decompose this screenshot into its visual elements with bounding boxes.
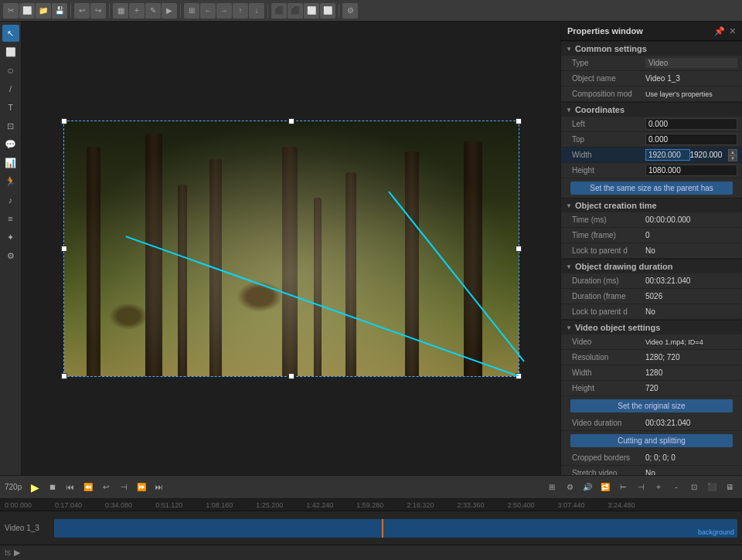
same-size-button[interactable]: Set the same size as the parent has (570, 182, 733, 195)
eq-tool[interactable]: ≡ (2, 210, 19, 227)
lock1-value: No (645, 246, 737, 255)
toolbar-shape3[interactable]: ⬜ (304, 3, 319, 19)
section-duration[interactable]: ▼ Object drawing duration (561, 259, 742, 273)
left-value[interactable]: 0.000 (645, 118, 737, 130)
chart-tool[interactable]: 📊 (2, 154, 19, 171)
rect-tool[interactable]: ⬜ (2, 43, 19, 60)
handle-tl[interactable] (61, 118, 67, 124)
toolbar-grid[interactable]: ▦ (113, 3, 128, 19)
music-tool[interactable]: ♪ (2, 192, 19, 209)
toolbar-redo[interactable]: ↪ (90, 3, 106, 19)
goto-start[interactable]: ⊣ (116, 480, 131, 495)
section-creation[interactable]: ▼ Object creation time (561, 198, 742, 212)
toolbar-new[interactable]: ⬜ (19, 3, 35, 19)
line-tool[interactable]: / (2, 80, 19, 97)
prev-play[interactable]: ⏪ (80, 480, 96, 495)
height-value[interactable]: 1080.000 (645, 165, 737, 176)
original-size-button[interactable]: Set the original size (570, 399, 733, 412)
video-duration-value: 00:03:21.040 (645, 419, 737, 427)
toolbar-settings[interactable]: ⚙ (342, 3, 358, 19)
gear2-tool[interactable]: ⚙ (2, 247, 19, 264)
toolbar-undo[interactable]: ↩ (74, 3, 90, 19)
cutting-button[interactable]: Cutting and splitting (570, 434, 733, 447)
left-row: Left 0.000 (561, 117, 742, 132)
toolbar-align-left[interactable]: ⊞ (184, 3, 199, 19)
ruler-tick-2: 0:34.080 (105, 501, 132, 509)
loop-play[interactable]: 🔁 (597, 480, 613, 495)
fullscreen[interactable]: ⊞ (544, 480, 560, 495)
track-content[interactable]: background (54, 519, 737, 538)
expand-timeline[interactable]: ▶ (14, 548, 20, 558)
section-common[interactable]: ▼ Common settings (561, 41, 742, 56)
monitor[interactable]: 🖥 (722, 480, 737, 495)
speech-tool[interactable]: 💬 (2, 136, 19, 153)
handle-tm[interactable] (288, 118, 294, 124)
toolbar-add[interactable]: + (129, 3, 145, 19)
panel-pin[interactable]: 📌 (714, 26, 725, 36)
mark-out[interactable]: ⊣ (633, 480, 648, 495)
canvas-area[interactable] (22, 22, 560, 475)
volume[interactable]: 🔊 (580, 480, 595, 495)
toolbar-save[interactable]: 💾 (52, 3, 67, 19)
fit-view[interactable]: ⊡ (686, 480, 702, 495)
section-coordinates[interactable]: ▼ Coordinates (561, 102, 742, 117)
play-button[interactable]: ▶ (27, 480, 43, 495)
section-video[interactable]: ▼ Video object settings (561, 320, 742, 334)
width-up[interactable]: ▲ (728, 149, 737, 155)
ruler-tick-6: 1:42.240 (306, 501, 333, 509)
ruler-tick-4: 1:08.160 (206, 501, 233, 509)
stop-button[interactable]: ⏹ (45, 480, 60, 495)
handle-tr[interactable] (516, 118, 522, 124)
mark-in[interactable]: ⊢ (615, 480, 631, 495)
toolbar-shape4[interactable]: ⬜ (320, 3, 335, 19)
rewind[interactable]: ↩ (98, 480, 114, 495)
fog-overlay (64, 121, 519, 376)
panel-close[interactable]: × (730, 25, 736, 37)
toolbar-arrow-down[interactable]: ↓ (249, 3, 264, 19)
export[interactable]: ⬛ (704, 480, 720, 495)
original-size-btn-row: Set the original size (561, 396, 742, 416)
handle-bl[interactable] (61, 373, 67, 379)
video-height-row: Height 720 (561, 381, 742, 396)
app: ✂ ⬜ 📁 💾 ↩ ↪ ▦ + ✎ ▶ ⊞ ← → ↑ ↓ ⬛ ⬛ ⬜ ⬜ ⚙ … (0, 0, 742, 560)
toolbar-arrow-right[interactable]: → (216, 3, 232, 19)
text-tool[interactable]: T (2, 99, 19, 116)
oval-tool[interactable]: ○ (2, 62, 19, 79)
mask-tool[interactable]: ⊡ (2, 117, 19, 134)
handle-bm[interactable] (288, 373, 294, 379)
handle-mr[interactable] (516, 246, 522, 252)
top-value[interactable]: 0.000 (645, 134, 737, 145)
panel-title: Properties window (567, 26, 643, 36)
toolbar-open[interactable]: 📁 (36, 3, 51, 19)
zoom-in[interactable]: + (651, 480, 666, 495)
zoom-out[interactable]: - (669, 480, 684, 495)
cropped-value: 0; 0; 0; 0 (645, 453, 737, 462)
lock2-value: No (645, 307, 737, 316)
settings-play[interactable]: ⚙ (562, 480, 577, 495)
panel-header: Properties window 📌 × (561, 22, 742, 41)
toolbar-play[interactable]: ▶ (162, 3, 177, 19)
ruler-tick-0: 0:00.000 (5, 501, 32, 509)
width-down[interactable]: ▼ (728, 155, 737, 161)
time-ms-row: Time (ms) 00:00:00.000 (561, 212, 742, 228)
anim-tool[interactable]: 🏃 (2, 173, 19, 190)
toolbar-arrow-left[interactable]: ← (200, 3, 216, 19)
star-tool[interactable]: ✦ (2, 229, 19, 246)
playhead[interactable] (382, 519, 383, 538)
arrow-icon5: ▼ (566, 324, 572, 331)
handle-ml[interactable] (61, 246, 67, 252)
next-frame[interactable]: ⏭ (151, 480, 167, 495)
toolbar-draw[interactable]: ✎ (145, 3, 161, 19)
prev-frame[interactable]: ⏮ (63, 480, 78, 495)
toolbar-cut[interactable]: ✂ (3, 3, 19, 19)
select-tool[interactable]: ↖ (2, 25, 19, 42)
toolbar-shape2[interactable]: ⬛ (288, 3, 303, 19)
handle-br[interactable] (516, 373, 522, 379)
toolbar-shape1[interactable]: ⬛ (271, 3, 287, 19)
width-spinner[interactable]: ▲ ▼ (728, 149, 737, 161)
width-value[interactable]: 1920.000 (645, 149, 690, 161)
toolbar-arrow-up[interactable]: ↑ (233, 3, 248, 19)
next-play[interactable]: ⏩ (134, 480, 149, 495)
lock-parent2-row: Lock to parent d No (561, 304, 742, 320)
sep4 (267, 4, 268, 18)
